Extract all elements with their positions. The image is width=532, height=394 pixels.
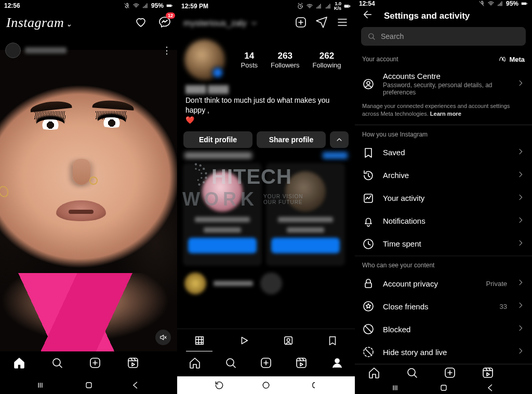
refresh-icon: [214, 380, 224, 390]
tab-grid[interactable]: [177, 329, 222, 351]
instagram-logo[interactable]: Instagram⌄: [6, 15, 73, 31]
nav-home[interactable]: [189, 357, 201, 371]
row-your-activity[interactable]: Your activity: [355, 187, 532, 210]
sys-back[interactable]: [130, 380, 141, 390]
circle-icon: [261, 380, 271, 390]
sys-back[interactable]: [485, 383, 496, 393]
svg-point-29: [263, 382, 269, 388]
edit-profile-button[interactable]: Edit profile: [183, 131, 252, 148]
plus-square-icon: [444, 366, 456, 379]
learn-more-link[interactable]: Learn more: [430, 111, 461, 117]
see-all-link[interactable]: [323, 152, 348, 159]
accounts-centre-blurb: Manage your connected experiences and ac…: [355, 101, 532, 124]
sys-home[interactable]: [84, 380, 94, 390]
nav-create[interactable]: [444, 366, 456, 381]
mute-toggle[interactable]: [155, 330, 171, 345]
person-circle-icon: [362, 78, 375, 90]
sys-back[interactable]: [308, 380, 318, 390]
sys-home[interactable]: [261, 380, 271, 390]
suggestion-avatar: [285, 171, 326, 212]
row-title: Accounts Centre: [383, 72, 441, 80]
highlight-item[interactable]: [184, 273, 206, 294]
post-author-avatar[interactable]: [5, 43, 21, 58]
profile-avatar[interactable]: [184, 39, 225, 80]
nav-create[interactable]: [260, 357, 272, 371]
follow-button[interactable]: [271, 238, 340, 253]
follow-button[interactable]: [188, 238, 257, 253]
suggestion-card[interactable]: [183, 164, 261, 265]
send-icon: [315, 16, 328, 29]
svg-rect-8: [350, 6, 350, 7]
profile-display-name: ████ ████: [177, 82, 355, 93]
nav-profile[interactable]: [331, 357, 343, 371]
row-hide-story[interactable]: Hide story and live: [355, 341, 532, 363]
create-button[interactable]: [295, 16, 307, 31]
nav-create[interactable]: [89, 357, 101, 371]
row-blocked[interactable]: Blocked: [355, 318, 532, 341]
row-saved[interactable]: Saved: [355, 141, 532, 164]
profile-username-dropdown[interactable]: mysterious_zaly: [183, 18, 258, 29]
status-time: 12:59 PM: [181, 3, 208, 10]
search-input[interactable]: Search: [361, 27, 526, 46]
battery-icon: [166, 2, 173, 9]
reels-icon: [295, 357, 308, 369]
battery-icon: [343, 3, 351, 10]
stat-followers[interactable]: 263 Followers: [271, 51, 300, 69]
sys-home[interactable]: [438, 383, 449, 393]
tab-tagged[interactable]: [266, 329, 311, 351]
nav-reels[interactable]: [482, 366, 494, 381]
stat-followers-count: 263: [271, 51, 300, 61]
row-account-privacy[interactable]: Account privacy Private: [355, 272, 532, 295]
feed-post[interactable]: ⋮: [0, 34, 177, 351]
search-icon: [224, 357, 237, 369]
nav-search[interactable]: [51, 357, 63, 371]
nav-search[interactable]: [224, 357, 237, 371]
messages-button[interactable]: 12: [158, 16, 171, 30]
nav-search[interactable]: [406, 366, 418, 381]
likes-button[interactable]: [135, 16, 147, 30]
status-time: 12:56: [4, 2, 20, 9]
sys-recent[interactable]: [36, 380, 47, 390]
suggestion-card[interactable]: [267, 164, 344, 265]
signal-icon: [497, 0, 504, 7]
post-more-button[interactable]: ⋮: [162, 45, 172, 56]
plus-square-icon: [295, 16, 307, 29]
system-nav: [0, 376, 177, 394]
row-notifications[interactable]: Notifications: [355, 210, 532, 233]
sys-refresh[interactable]: [214, 380, 224, 390]
menu-button[interactable]: [336, 16, 349, 31]
chevron-right-icon: [516, 170, 525, 179]
home-outline-icon: [84, 380, 94, 390]
nav-home[interactable]: [368, 366, 380, 381]
chevron-right-icon: [516, 239, 525, 247]
nav-reels[interactable]: [127, 357, 139, 371]
status-bar: 12:56 95%: [0, 0, 177, 11]
row-title: Account privacy: [383, 279, 478, 288]
row-time-spent[interactable]: Time spent: [355, 233, 532, 255]
back-button[interactable]: [362, 9, 374, 23]
chevron-up-icon: [335, 135, 343, 144]
section-label: How you use Instagram: [362, 131, 428, 138]
highlight-item[interactable]: [260, 273, 282, 294]
plus-square-icon: [89, 357, 101, 369]
row-close-friends[interactable]: Close friends 33: [355, 295, 532, 318]
nav-reels[interactable]: [295, 357, 308, 371]
tab-saved[interactable]: [311, 329, 355, 351]
stat-posts[interactable]: 14 Posts: [241, 51, 258, 69]
svg-rect-4: [128, 358, 138, 368]
discover-people-button[interactable]: [330, 131, 349, 148]
search-wrap: Search: [355, 24, 532, 50]
sys-recent[interactable]: [391, 383, 402, 393]
section-who-can-see: Who can see your content: [355, 256, 532, 272]
share-profile-button[interactable]: Share profile: [257, 131, 326, 148]
tab-reels[interactable]: [222, 329, 267, 351]
suggestion-name: [195, 217, 250, 222]
post-author-username[interactable]: [25, 47, 66, 53]
row-accounts-centre[interactable]: Accounts Centre Password, security, pers…: [355, 66, 532, 101]
recent-apps-icon: [36, 380, 47, 390]
stat-following[interactable]: 262 Following: [313, 51, 341, 69]
bio-text: Don't think too much just do what makes …: [185, 96, 329, 114]
share-button[interactable]: [315, 16, 328, 31]
row-archive[interactable]: Archive: [355, 164, 532, 187]
nav-home[interactable]: [13, 357, 25, 371]
